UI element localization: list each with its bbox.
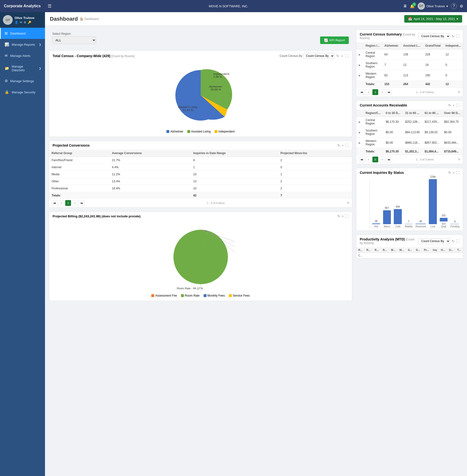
settings-icon[interactable]: ⚙ xyxy=(460,4,463,9)
bar-val-warm: 857 xyxy=(385,207,389,209)
proj-conv-expand[interactable]: ⛶ xyxy=(345,143,349,147)
bar-label-lost: Lost xyxy=(430,225,435,228)
accounts-receivable-card: Current Accounts Receivable ↻ + ⛶ xyxy=(356,101,463,164)
billing-pie-container: Service Fees - 0.48 % Monthly Fees - 1.7… xyxy=(49,221,352,301)
service-label: Service Fees xyxy=(233,294,250,297)
prod-th-9: Pr... xyxy=(422,247,431,253)
inq-add[interactable]: + xyxy=(453,171,454,175)
bar-cold: 934 Cold xyxy=(394,205,402,228)
svg-text:61.54 %: 61.54 % xyxy=(183,108,193,112)
user-icon[interactable]: 👤 xyxy=(15,21,18,24)
ar-region-central: Central Region xyxy=(363,117,383,127)
ar-prev[interactable]: ‹ xyxy=(365,157,371,163)
datasets-arrow: ❯ xyxy=(39,67,41,70)
bar-label-waitlist: Waitlist xyxy=(405,225,413,228)
census-expand[interactable]: ⛶ xyxy=(456,34,459,38)
hamburger-button[interactable]: ☰ xyxy=(48,3,52,9)
ar-expand-southern[interactable]: ▶ xyxy=(356,127,363,138)
billing-expand[interactable]: ⛶ xyxy=(345,214,349,218)
census-prev[interactable]: ‹ xyxy=(365,89,371,95)
ar-pag-refresh[interactable]: ↻ xyxy=(458,158,460,161)
bar-hot: 26 Hot xyxy=(372,220,380,228)
help-icon[interactable]: ? xyxy=(451,3,457,9)
date-range-button[interactable]: 📅 April 14, 2021 - May 13, 2021 ▾ xyxy=(404,15,462,23)
proj-conv-refresh[interactable]: ↻ xyxy=(337,143,340,147)
expand-western[interactable]: ▶ xyxy=(356,70,363,81)
expand-icon[interactable]: ⛶ xyxy=(345,54,349,58)
region-select[interactable]: ALL Central Region Southern Region Weste… xyxy=(52,37,96,44)
ar-th-over90: Over 90 D... xyxy=(442,110,463,117)
chart-icon: 📈 xyxy=(324,38,328,42)
user-menu[interactable]: OT Olive Trulove ▾ xyxy=(418,2,448,10)
prod-cell xyxy=(431,253,439,258)
last-page-btn[interactable]: ⏭ xyxy=(79,200,85,206)
census-summary-title: Current Census Summary xyxy=(360,32,402,36)
census-next[interactable]: › xyxy=(379,89,385,95)
alz-central: 64 xyxy=(382,49,401,60)
cell-inq: 8 xyxy=(191,157,278,164)
productivity-header: Productivity Analysis (MTD) [Count by Ro… xyxy=(356,235,463,247)
notification-bell[interactable]: 🔔 0 xyxy=(410,4,415,9)
expand-southern[interactable]: ▶ xyxy=(356,60,363,70)
inq-refresh[interactable]: ↻ xyxy=(448,171,451,175)
th-referral: Referral Group xyxy=(49,150,109,157)
ar-expand-central[interactable]: ▶ xyxy=(356,117,363,127)
gear-icon[interactable]: ⚙ xyxy=(24,21,26,24)
billing-add[interactable]: + xyxy=(342,214,344,218)
email-icon[interactable]: ✉ xyxy=(20,21,22,24)
svg-text:2.80 %: 2.80 % xyxy=(213,75,222,78)
census-page-1[interactable]: 1 xyxy=(372,89,378,95)
ar-first[interactable]: ⏮ xyxy=(359,157,365,163)
dashboard-icon: ⊞ xyxy=(5,31,8,36)
pagination-refresh[interactable]: ↻ xyxy=(347,201,350,205)
region-select-container: Select Region: ALL Central Region Southe… xyxy=(52,32,96,44)
app-logo: Corporate Analytics xyxy=(4,4,48,8)
census-last[interactable]: ⏭ xyxy=(386,89,392,95)
sidebar-item-manage-reports[interactable]: 📊 Manage Reports ❯ xyxy=(0,39,45,50)
legend-assisted: Assisted Living xyxy=(187,130,211,133)
indep-southern: 0 xyxy=(443,60,463,70)
first-page-btn[interactable]: ⏮ xyxy=(52,200,57,206)
inq-expand[interactable]: ⛶ xyxy=(456,171,459,175)
next-page-btn[interactable]: › xyxy=(72,200,78,206)
productivity-select[interactable]: Count Census By xyxy=(418,238,450,244)
ar-add[interactable]: + xyxy=(453,103,454,107)
ar-expand-western[interactable]: ▶ xyxy=(356,138,363,148)
sidebar-item-manage-alerts[interactable]: ✉ Manage Alerts xyxy=(0,50,45,61)
prod-cell xyxy=(455,253,463,258)
prev-page-btn[interactable]: ‹ xyxy=(58,200,64,206)
census-summary-select[interactable]: Count Census By xyxy=(418,33,450,39)
sidebar-item-manage-security[interactable]: 🔒 Manage Security xyxy=(0,87,45,98)
proj-conv-add[interactable]: + xyxy=(342,143,344,147)
billing-refresh[interactable]: ↻ xyxy=(337,214,340,218)
ar-expand[interactable]: ⛶ xyxy=(456,103,459,107)
sidebar-item-dashboard[interactable]: ⊞ Dashboard xyxy=(0,28,45,39)
cell-inq: 10 xyxy=(191,185,278,192)
kpi-report-button[interactable]: 📈 KPI Report xyxy=(320,37,349,44)
ar-d61-western: $857,902... xyxy=(422,138,442,148)
sidebar-item-manage-settings[interactable]: ⚙ Manage Settings xyxy=(0,75,45,87)
census-pag-refresh[interactable]: ↻ xyxy=(458,90,460,94)
table-row: Internet 4.4% 1 0 xyxy=(49,164,352,171)
sidebar-item-manage-datasets[interactable]: 📁 Manage DataSets ❯ xyxy=(0,61,45,75)
prod-cell xyxy=(414,253,422,258)
census-refresh[interactable]: ↻ xyxy=(452,34,454,38)
ar-refresh[interactable]: ↻ xyxy=(448,103,451,107)
count-census-select[interactable]: Count Census By xyxy=(303,53,335,59)
prod-th-12: D... xyxy=(447,247,455,253)
current-page-btn[interactable]: 1 xyxy=(65,200,71,206)
census-first[interactable]: ⏮ xyxy=(359,89,365,95)
monitor-icon[interactable]: 🖥 xyxy=(403,4,407,8)
key-icon[interactable]: 🔑 xyxy=(28,21,31,24)
refresh-icon[interactable]: ↻ xyxy=(336,54,339,58)
ar-last[interactable]: ⏭ xyxy=(386,157,392,163)
cell-avg: 4.4% xyxy=(109,164,191,171)
prod-refresh[interactable]: ↻ xyxy=(452,239,454,243)
expand-central[interactable]: ▶ xyxy=(356,49,363,60)
prod-expand[interactable]: ⛶ xyxy=(456,239,459,243)
ar-next[interactable]: › xyxy=(379,157,385,163)
ar-page-0[interactable]: 0 xyxy=(372,157,378,163)
date-chevron: ▾ xyxy=(456,17,458,21)
add-icon[interactable]: + xyxy=(341,54,343,58)
ar-tot-arrow xyxy=(356,148,363,155)
